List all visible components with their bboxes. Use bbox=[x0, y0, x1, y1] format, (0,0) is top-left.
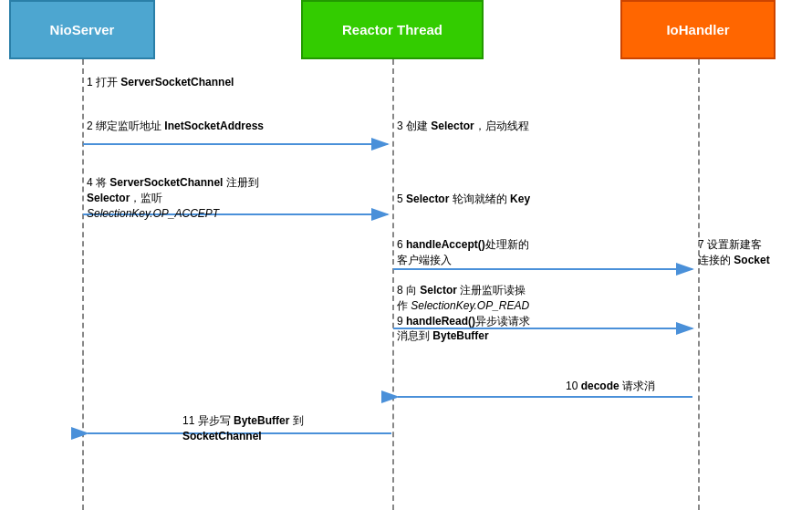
actor-nioserver: NioServer bbox=[9, 0, 155, 59]
msg5-label: 5 Selector 轮询就绪的 Key bbox=[397, 192, 530, 207]
msg8-label: 8 向 Selctor 注册监听读操 作 SelectionKey.OP_REA… bbox=[397, 283, 616, 344]
msg4-label: 4 将 ServerSocketChannel 注册到 Selector，监听 … bbox=[87, 175, 278, 221]
sequence-diagram: NioServer Reactor Thread IoHandler bbox=[0, 0, 812, 510]
msg3-label: 3 创建 Selector，启动线程 bbox=[397, 119, 529, 134]
msg2-label: 2 绑定监听地址 InetSocketAddress bbox=[87, 119, 264, 134]
msg11-label: 11 异步写 ByteBuffer 到 SocketChannel bbox=[182, 413, 304, 444]
lifeline-reactor bbox=[392, 59, 394, 510]
actor-iohandler-label: IoHandler bbox=[666, 22, 729, 37]
actor-nioserver-label: NioServer bbox=[50, 22, 115, 37]
msg1-label: 1 打开 ServerSocketChannel bbox=[87, 75, 234, 90]
lifeline-nioserver bbox=[82, 59, 84, 510]
actor-reactor-label: Reactor Thread bbox=[342, 22, 442, 37]
actor-reactor: Reactor Thread bbox=[301, 0, 484, 59]
lifeline-iohandler bbox=[698, 59, 700, 510]
actor-iohandler: IoHandler bbox=[620, 0, 776, 59]
msg7-label: 7 设置新建客连接的 Socket bbox=[698, 237, 807, 268]
msg10-label: 10 decode 请求消 bbox=[566, 379, 703, 394]
msg6-label: 6 handleAccept()处理新的 客户端接入 bbox=[397, 237, 607, 268]
